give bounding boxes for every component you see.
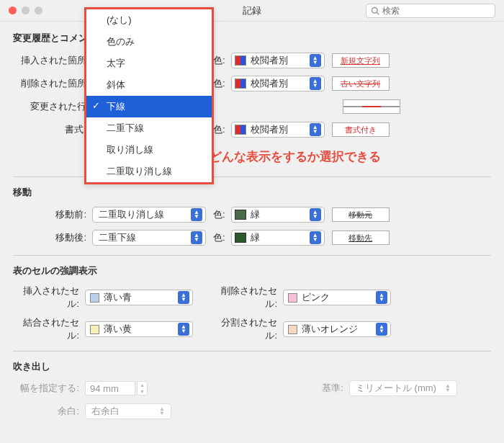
row-cells-1: 挿入されたセル: 薄い青 削除されたセル: ピンク bbox=[13, 285, 491, 310]
deleted-label: 削除された箇所 bbox=[13, 77, 92, 90]
changed-label: 変更された行 bbox=[13, 100, 92, 113]
inserted-cell-label: 挿入されたセル: bbox=[13, 285, 85, 310]
deleted-color-label: 色: bbox=[213, 77, 225, 90]
deleted-preview: 古い文字列 bbox=[332, 76, 390, 91]
inserted-color-label: 色: bbox=[213, 54, 225, 67]
svg-point-0 bbox=[372, 7, 378, 13]
move-from-mark-select[interactable]: 二重取り消し線 bbox=[92, 207, 206, 223]
row-move-to: 移動後: 二重下線 色: 緑 移動先 bbox=[13, 229, 491, 246]
inserted-cell-select[interactable]: 薄い青 bbox=[85, 290, 193, 305]
changed-preview bbox=[343, 99, 400, 114]
search-field[interactable] bbox=[366, 4, 495, 18]
row-balloon-2: 余白: 右余白 bbox=[13, 403, 491, 419]
titlebar: 記録 bbox=[0, 0, 504, 22]
format-color-select[interactable]: 校閲者別 bbox=[231, 122, 325, 138]
dd-item-color[interactable]: 色のみ bbox=[86, 31, 212, 53]
search-input[interactable] bbox=[382, 6, 490, 16]
format-color-label: 色: bbox=[213, 123, 225, 136]
move-from-label: 移動前: bbox=[13, 208, 92, 221]
deleted-color-select[interactable]: 校閲者別 bbox=[231, 76, 325, 91]
deleted-cell-select[interactable]: ピンク bbox=[283, 290, 391, 305]
dd-item-none[interactable]: (なし) bbox=[86, 9, 212, 31]
format-preview: 書式付き bbox=[332, 122, 390, 137]
merged-cell-label: 結合されたセル: bbox=[13, 316, 85, 342]
width-stepper[interactable] bbox=[137, 381, 148, 395]
move-to-label: 移動後: bbox=[13, 231, 92, 244]
inserted-color-select[interactable]: 校閲者別 bbox=[231, 53, 325, 68]
row-move-from: 移動前: 二重取り消し線 色: 緑 移動元 bbox=[13, 206, 491, 223]
unit-select[interactable]: ミリメートル (mm) bbox=[349, 380, 457, 396]
svg-line-1 bbox=[377, 12, 379, 14]
merged-cell-select[interactable]: 薄い黄 bbox=[85, 321, 193, 337]
margin-select[interactable]: 右余白 bbox=[85, 403, 171, 419]
mark-dropdown-menu[interactable]: (なし) 色のみ 太字 斜体 下線 二重下線 取り消し線 二重取り消し線 bbox=[84, 7, 214, 184]
split-cell-label: 分割されたセル: bbox=[215, 316, 283, 342]
dd-item-bold[interactable]: 太字 bbox=[86, 53, 212, 74]
split-cell-select[interactable]: 薄いオレンジ bbox=[283, 321, 391, 337]
content-area: 変更履歴とコメント 挿入された箇所 色: 校閲者別 新規文字列 削除された箇所 … bbox=[0, 22, 504, 437]
search-icon bbox=[371, 6, 379, 15]
row-cells-2: 結合されたセル: 薄い黄 分割されたセル: 薄いオレンジ bbox=[13, 316, 491, 342]
inserted-label: 挿入された箇所 bbox=[13, 54, 92, 67]
format-label: 書式: bbox=[13, 123, 92, 136]
section-balloon-title: 吹き出し bbox=[13, 360, 491, 373]
separator-3 bbox=[13, 351, 491, 352]
dd-item-dbl-underline[interactable]: 二重下線 bbox=[86, 117, 212, 139]
inserted-preview: 新規文字列 bbox=[332, 53, 390, 68]
deleted-cell-label: 削除されたセル: bbox=[215, 285, 283, 310]
dd-item-italic[interactable]: 斜体 bbox=[86, 74, 212, 96]
move-from-color-label: 色: bbox=[213, 208, 225, 221]
dd-item-strike[interactable]: 取り消し線 bbox=[86, 139, 212, 161]
dd-item-dbl-strike[interactable]: 二重取り消し線 bbox=[86, 161, 212, 182]
move-from-color-select[interactable]: 緑 bbox=[231, 207, 325, 223]
separator-2 bbox=[13, 255, 491, 256]
settings-window: 記録 変更履歴とコメント 挿入された箇所 色: 校閲者別 新規文字列 削除された… bbox=[0, 0, 504, 443]
width-label: 幅を指定する: bbox=[13, 382, 85, 395]
width-input[interactable]: 94 mm bbox=[85, 381, 135, 395]
dd-item-underline[interactable]: 下線 bbox=[86, 96, 212, 117]
move-from-preview: 移動元 bbox=[332, 207, 390, 222]
section-move-title: 移動 bbox=[13, 186, 491, 199]
move-to-mark-select[interactable]: 二重下線 bbox=[92, 230, 206, 246]
row-balloon-1: 幅を指定する: 94 mm 基準: ミリメートル (mm) bbox=[13, 380, 491, 396]
move-to-preview: 移動先 bbox=[332, 231, 390, 245]
move-to-color-select[interactable]: 緑 bbox=[231, 230, 325, 246]
unit-label: 基準: bbox=[313, 382, 349, 395]
section-cells-title: 表のセルの強調表示 bbox=[13, 264, 491, 277]
move-to-color-label: 色: bbox=[213, 231, 225, 244]
margin-label: 余白: bbox=[13, 405, 85, 418]
